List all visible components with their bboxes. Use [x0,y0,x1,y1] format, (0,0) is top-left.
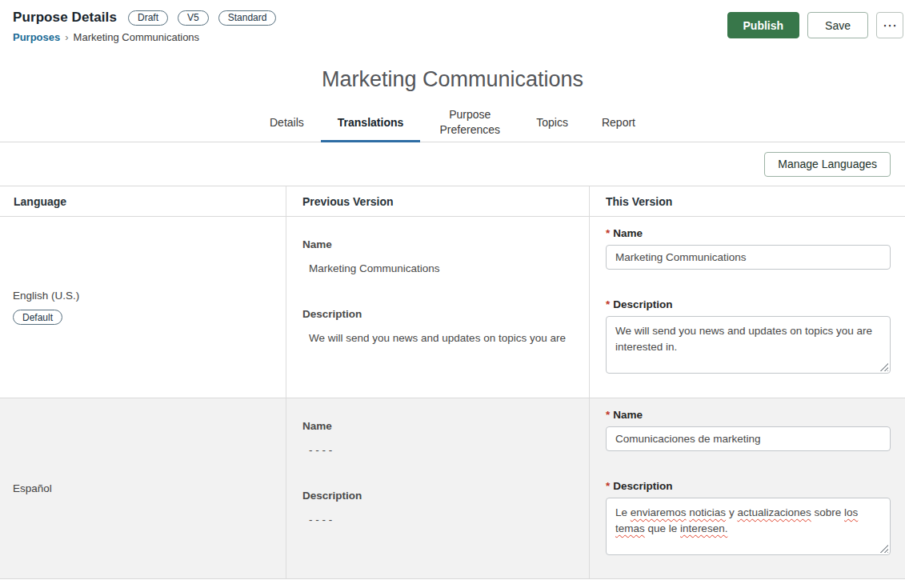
name-input-spanish[interactable] [606,426,891,451]
table-row: English (U.S.) Default Name Marketing Co… [0,217,905,398]
tabs-bar: Details Translations Purpose Preferences… [0,105,905,142]
name-input-english[interactable] [606,245,891,270]
table-row: Español Name - - - - Description - - - -… [0,398,905,579]
this-version-cell: *Name *Description We will send you news… [589,217,905,398]
breadcrumb-separator-icon: › [65,31,68,43]
description-textarea-spanish[interactable]: Le enviaremos noticias y actualizaciones… [606,498,891,555]
this-version-cell: *Name *Description Le enviaremos noticia… [589,398,905,578]
resize-handle-icon[interactable] [879,544,888,553]
required-marker: * [606,480,610,492]
publish-button[interactable]: Publish [727,12,800,38]
name-field-label: *Name [606,227,891,239]
description-text-spellchecked: Le enviaremos noticias y actualizaciones… [615,506,858,534]
ellipsis-icon: ⋯ [883,18,897,34]
breadcrumb: Purposes › Marketing Communications [13,31,276,43]
previous-description-value: We will send you news and updates on top… [309,332,573,344]
translations-table: Language Previous Version This Version E… [0,186,905,579]
title-row: Purpose Details Draft V5 Standard [13,10,276,26]
tab-topics[interactable]: Topics [519,105,585,142]
tab-details[interactable]: Details [253,105,321,142]
previous-description-label: Description [302,490,573,502]
previous-name-label: Name [302,420,573,432]
save-button[interactable]: Save [807,12,868,38]
tab-report[interactable]: Report [585,105,652,142]
required-marker: * [606,227,610,239]
tab-translations[interactable]: Translations [321,105,420,142]
description-textarea-english[interactable]: We will send you news and updates on top… [606,316,891,374]
status-badge-draft: Draft [128,10,168,26]
translations-toolbar: Manage Languages [0,142,905,186]
page-title: Purpose Details [13,10,117,26]
description-field-label: *Description [606,298,891,310]
previous-name-label: Name [302,238,573,250]
version-badge: V5 [178,10,209,26]
resize-handle-icon[interactable] [879,362,888,371]
manage-languages-button[interactable]: Manage Languages [764,152,891,177]
purpose-name-heading: Marketing Communications [0,67,905,92]
name-field-label: *Name [606,409,891,421]
previous-description-value: - - - - [309,514,573,526]
header-actions: Publish Save ⋯ [727,10,903,38]
column-header-previous-version: Previous Version [286,186,589,216]
language-name: Español [13,482,52,494]
default-badge: Default [13,310,62,325]
type-badge-standard: Standard [218,10,277,26]
previous-version-cell: Name Marketing Communications Descriptio… [286,217,589,398]
table-header-row: Language Previous Version This Version [0,186,905,217]
tabs: Details Translations Purpose Preferences… [0,105,905,142]
breadcrumb-current: Marketing Communications [74,31,200,43]
tab-purpose-preferences[interactable]: Purpose Preferences [420,105,519,142]
breadcrumb-link-purposes[interactable]: Purposes [13,31,60,43]
previous-name-value: Marketing Communications [309,262,573,274]
description-field-label: *Description [606,480,891,492]
more-actions-button[interactable]: ⋯ [876,12,903,38]
column-header-language: Language [0,186,286,216]
language-cell-english: English (U.S.) Default [0,217,286,398]
language-name: English (U.S.) [13,290,79,302]
required-marker: * [606,298,610,310]
header-left: Purpose Details Draft V5 Standard Purpos… [13,10,276,43]
description-text: We will send you news and updates on top… [615,325,872,353]
language-cell-spanish: Español [0,398,286,578]
page-header: Purpose Details Draft V5 Standard Purpos… [0,0,905,50]
badge-group: Draft V5 Standard [128,10,276,26]
previous-version-cell: Name - - - - Description - - - - [286,398,589,578]
column-header-this-version: This Version [589,186,905,216]
required-marker: * [606,409,610,421]
previous-name-value: - - - - [309,444,573,456]
previous-description-label: Description [302,308,573,320]
